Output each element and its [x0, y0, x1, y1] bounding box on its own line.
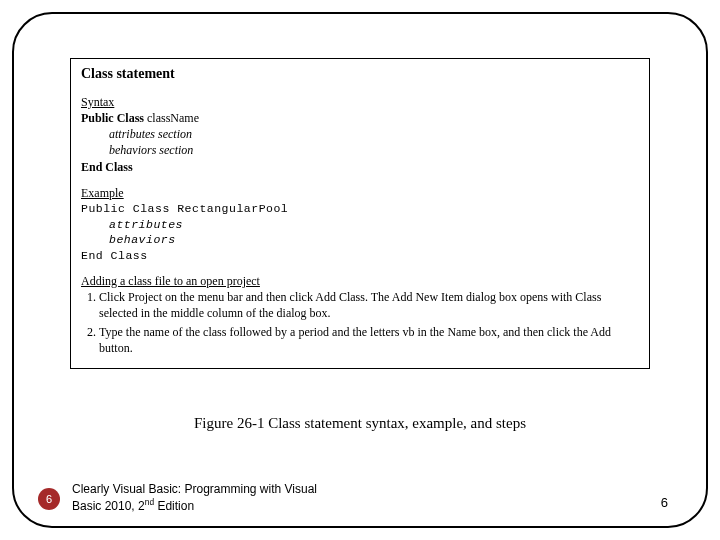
syntax-attributes: attributes section: [109, 126, 639, 142]
syntax-heading: Syntax: [81, 94, 639, 110]
class-statement-box: Class statement Syntax Public Class clas…: [70, 58, 650, 369]
syntax-behaviors: behaviors section: [109, 142, 639, 158]
example-behaviors: behaviors: [109, 232, 639, 248]
page-number-right: 6: [661, 495, 668, 510]
step-2: Type the name of the class followed by a…: [99, 324, 639, 356]
syntax-classname: className: [144, 111, 199, 125]
footer-line-2b: Edition: [154, 499, 194, 513]
page-badge: 6: [38, 488, 60, 510]
footer-line-1: Clearly Visual Basic: Programming with V…: [72, 482, 317, 496]
example-end: End Class: [81, 248, 639, 264]
footer-line-2a: Basic 2010, 2: [72, 499, 145, 513]
steps-list: Click Project on the menu bar and then c…: [99, 289, 639, 356]
example-attributes: attributes: [109, 217, 639, 233]
example-heading: Example: [81, 185, 639, 201]
syntax-keyword: Public Class: [81, 111, 144, 125]
syntax-line-1: Public Class className: [81, 110, 639, 126]
footer-text: Clearly Visual Basic: Programming with V…: [72, 482, 352, 515]
figure-caption: Figure 26-1 Class statement syntax, exam…: [0, 415, 720, 432]
step-1: Click Project on the menu bar and then c…: [99, 289, 639, 321]
syntax-end: End Class: [81, 159, 639, 175]
box-title: Class statement: [81, 65, 639, 84]
example-line-1: Public Class RectangularPool: [81, 201, 639, 217]
footer-sup: nd: [145, 497, 154, 507]
adding-heading: Adding a class file to an open project: [81, 273, 639, 289]
